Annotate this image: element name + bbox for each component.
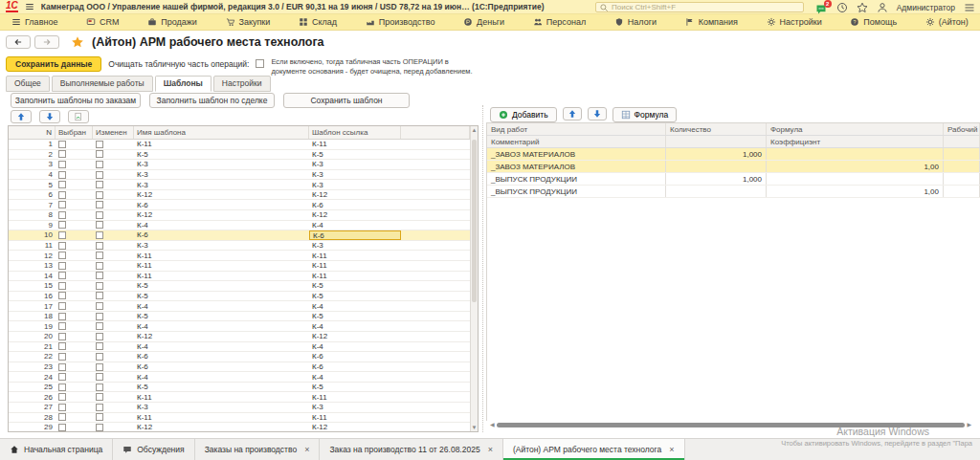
selected-checkbox[interactable]: [56, 160, 93, 169]
scrollbar-thumb[interactable]: [472, 140, 477, 302]
panel-splitter[interactable]: [482, 105, 484, 432]
menu-item-склад[interactable]: Склад: [299, 17, 337, 27]
comment-cell[interactable]: _ЗАВОЗ МАТЕРИАЛОВ: [487, 161, 666, 172]
fill-template-by-deal-button[interactable]: Заполнить шаблон по сделке: [149, 93, 275, 108]
save-template-button[interactable]: Сохранить шаблон: [283, 93, 410, 108]
selected-checkbox[interactable]: [56, 140, 93, 149]
selected-checkbox[interactable]: [56, 221, 93, 230]
modified-checkbox[interactable]: [93, 342, 134, 352]
col-header-workcenter[interactable]: Рабочий центр: [944, 123, 980, 135]
template-row[interactable]: 5К-3К-3: [9, 180, 478, 190]
template-ref-cell[interactable]: К-4: [309, 221, 401, 230]
modified-checkbox[interactable]: [93, 251, 134, 260]
global-search-input[interactable]: Поиск Ctrl+Shift+F: [595, 2, 804, 12]
scroll-left-arrow-icon[interactable]: ◀: [490, 422, 495, 428]
template-row[interactable]: 17К-4К-4: [9, 301, 478, 312]
forward-button[interactable]: [34, 35, 59, 49]
modified-checkbox[interactable]: [93, 301, 134, 311]
selected-checkbox[interactable]: [56, 403, 93, 412]
modified-checkbox[interactable]: [93, 372, 134, 382]
template-name-cell[interactable]: К-11: [134, 272, 309, 281]
selected-checkbox[interactable]: [56, 372, 93, 382]
modified-checkbox[interactable]: [93, 321, 134, 331]
template-ref-cell[interactable]: К-12: [309, 210, 401, 220]
formula-cell[interactable]: [767, 173, 944, 185]
selected-checkbox[interactable]: [56, 362, 93, 372]
selected-checkbox[interactable]: [56, 190, 93, 200]
template-ref-cell[interactable]: К-4: [309, 342, 401, 352]
export-file-button[interactable]: [68, 110, 89, 123]
template-ref-cell[interactable]: К-3: [309, 180, 401, 189]
template-ref-cell[interactable]: К-4: [309, 321, 401, 331]
template-row[interactable]: 28К-11К-11: [9, 413, 478, 424]
selected-checkbox[interactable]: [56, 392, 93, 402]
menu-item-налоги[interactable]: Налоги: [614, 17, 657, 27]
coefficient-cell[interactable]: 1,00: [767, 161, 944, 172]
template-name-cell[interactable]: К-6: [134, 230, 309, 240]
selected-checkbox[interactable]: [56, 180, 93, 189]
work-comment-row[interactable]: _ЗАВОЗ МАТЕРИАЛОВ1,00: [487, 161, 980, 173]
col-header-coefficient[interactable]: Коэффициэнт: [767, 136, 944, 147]
user-icon[interactable]: [877, 2, 888, 13]
modified-checkbox[interactable]: [93, 312, 134, 321]
modified-checkbox[interactable]: [93, 292, 134, 301]
menu-item-производство[interactable]: Производство: [366, 17, 435, 27]
template-name-cell[interactable]: К-5: [134, 312, 309, 321]
taskbar-tab[interactable]: Начальная страница: [0, 439, 113, 460]
works-move-up-button[interactable]: [563, 107, 582, 120]
template-name-cell[interactable]: К-11: [134, 392, 309, 402]
selected-checkbox[interactable]: [56, 312, 93, 321]
template-ref-cell[interactable]: К-11: [309, 251, 401, 260]
template-ref-cell[interactable]: К-4: [309, 372, 401, 382]
template-row[interactable]: 18К-5К-5: [9, 312, 478, 322]
template-ref-cell[interactable]: К-3: [309, 170, 401, 180]
menu-item-главное[interactable]: Главное: [11, 17, 57, 27]
template-row[interactable]: 19К-4К-4: [9, 321, 478, 332]
template-row[interactable]: 9К-4К-4: [9, 221, 478, 231]
clear-operations-checkbox[interactable]: [256, 59, 264, 68]
favorite-star-icon[interactable]: [71, 35, 84, 49]
work-comment-row[interactable]: _ВЫПУСК ПРОДУКЦИИ1,00: [487, 186, 980, 198]
col-header-modified[interactable]: Изменен: [93, 126, 134, 139]
template-row[interactable]: 13К-11К-11: [9, 261, 478, 272]
selected-checkbox[interactable]: [56, 342, 93, 352]
coefficient-cell[interactable]: 1,00: [767, 186, 944, 197]
template-name-cell[interactable]: К-12: [134, 332, 309, 341]
template-ref-cell[interactable]: К-11: [309, 272, 401, 281]
template-name-cell[interactable]: К-4: [134, 342, 309, 352]
modified-checkbox[interactable]: [93, 272, 134, 281]
quantity-cell[interactable]: 1,000: [666, 148, 767, 160]
template-row[interactable]: 3К-3К-3: [9, 160, 478, 170]
close-icon[interactable]: ×: [304, 445, 309, 454]
template-ref-cell[interactable]: К-3: [309, 241, 401, 251]
template-row[interactable]: 29К-12К-12: [9, 423, 478, 432]
tab-выполняемые-работы[interactable]: Выполняемые работы: [52, 76, 153, 92]
favorites-star-icon[interactable]: [857, 2, 868, 13]
template-row[interactable]: 2К-5К-5: [9, 150, 478, 161]
main-menu-icon[interactable]: [964, 2, 975, 13]
template-ref-cell[interactable]: К-11: [309, 261, 401, 271]
comment-cell[interactable]: _ВЫПУСК ПРОДУКЦИИ: [487, 186, 666, 197]
template-ref-cell[interactable]: К-4: [309, 301, 401, 311]
template-ref-cell[interactable]: К-12: [309, 332, 401, 341]
template-name-cell[interactable]: К-12: [134, 210, 309, 220]
selected-checkbox[interactable]: [56, 200, 93, 209]
template-name-cell[interactable]: К-3: [134, 403, 309, 412]
work-type-cell[interactable]: _ВЫПУСК ПРОДУКЦИИ: [487, 173, 666, 185]
selected-checkbox[interactable]: [56, 332, 93, 341]
modified-checkbox[interactable]: [93, 413, 134, 423]
tab-общее[interactable]: Общее: [6, 76, 50, 92]
template-name-cell[interactable]: К-12: [134, 190, 309, 200]
menu-item-персонал[interactable]: Персонал: [533, 17, 586, 27]
left-table-vertical-scrollbar[interactable]: ▲ ▼: [470, 126, 478, 431]
selected-checkbox[interactable]: [56, 150, 93, 160]
template-row[interactable]: 22К-6К-6: [9, 352, 478, 362]
modified-checkbox[interactable]: [93, 423, 134, 432]
add-button[interactable]: Добавить: [490, 107, 557, 122]
col-header-comment[interactable]: Комментарий: [487, 136, 666, 147]
col-header-n[interactable]: N: [9, 126, 56, 139]
close-icon[interactable]: ×: [669, 445, 674, 454]
template-name-cell[interactable]: К-5: [134, 150, 309, 160]
close-icon[interactable]: ×: [488, 445, 493, 454]
template-name-cell[interactable]: К-11: [134, 261, 309, 271]
